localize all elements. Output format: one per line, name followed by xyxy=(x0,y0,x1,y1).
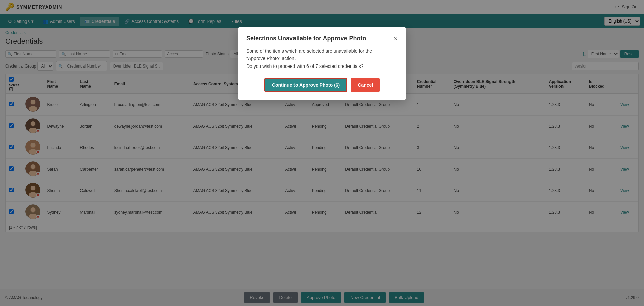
modal-actions: Continue to Approve Photo (6) Cancel xyxy=(246,78,398,92)
modal: Selections Unavailable for Approve Photo… xyxy=(238,27,406,100)
modal-body-line2: "Approve Photo" action. xyxy=(246,56,296,61)
modal-overlay: Selections Unavailable for Approve Photo… xyxy=(0,0,644,237)
modal-continue-button[interactable]: Continue to Approve Photo (6) xyxy=(264,78,347,92)
modal-close-button[interactable]: × xyxy=(394,35,398,42)
modal-title: Selections Unavailable for Approve Photo xyxy=(246,35,366,42)
modal-body-line1: Some of the items which are selected are… xyxy=(246,48,372,54)
modal-header: Selections Unavailable for Approve Photo… xyxy=(246,35,398,42)
modal-body: Some of the items which are selected are… xyxy=(246,47,398,70)
modal-body-line3: Do you wish to proceed with 6 of 7 selec… xyxy=(246,63,363,69)
modal-cancel-button[interactable]: Cancel xyxy=(351,78,380,92)
